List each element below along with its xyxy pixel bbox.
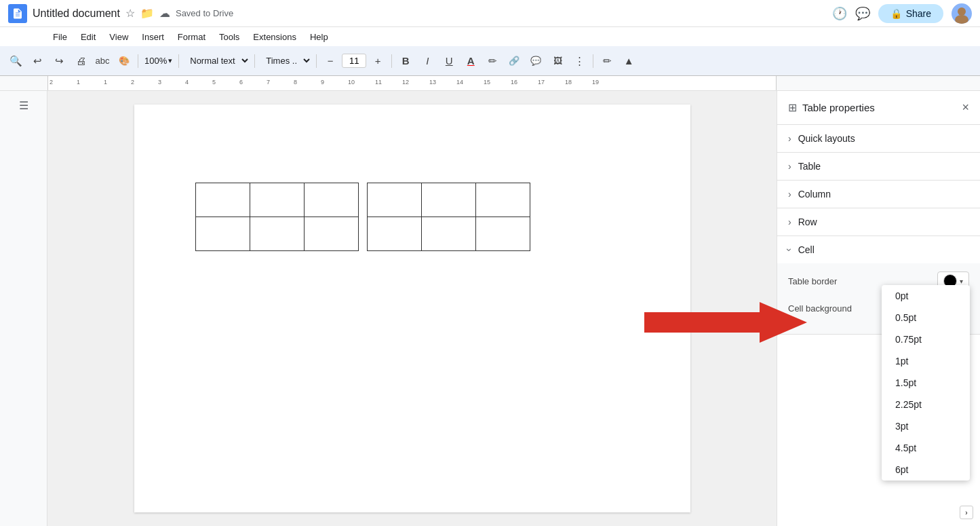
image-btn[interactable]: 🖼 xyxy=(547,51,568,71)
quick-layouts-label: Quick layouts xyxy=(798,133,855,144)
quick-layouts-header[interactable]: › Quick layouts xyxy=(777,125,980,152)
avatar xyxy=(952,3,972,24)
svg-text:1: 1 xyxy=(77,79,80,86)
bold-btn[interactable]: B xyxy=(395,51,416,71)
table-cell[interactable] xyxy=(195,183,250,217)
menu-bar: File Edit View Insert Format Tools Exten… xyxy=(0,27,980,46)
doc-area[interactable] xyxy=(47,91,777,526)
table-cell[interactable] xyxy=(367,217,421,251)
svg-point-0 xyxy=(958,7,966,16)
svg-text:4: 4 xyxy=(185,79,189,86)
svg-point-1 xyxy=(955,15,968,24)
share-button[interactable]: 🔒 Share xyxy=(878,4,943,23)
redo-btn[interactable]: ↪ xyxy=(49,51,69,71)
saved-status: Saved to Drive xyxy=(176,8,233,18)
column-section-header[interactable]: › Column xyxy=(777,181,980,208)
menu-tools[interactable]: Tools xyxy=(214,31,245,43)
table-cell[interactable] xyxy=(421,183,475,217)
menu-help[interactable]: Help xyxy=(305,31,334,43)
dropdown-option-3pt[interactable]: 3pt xyxy=(882,415,970,437)
panel-close-btn[interactable]: × xyxy=(962,100,969,115)
tables-wrapper xyxy=(195,183,530,251)
table-chevron: › xyxy=(788,161,791,172)
dropdown-option-4.5pt[interactable]: 4.5pt xyxy=(882,437,970,459)
svg-text:11: 11 xyxy=(375,79,382,86)
table-cell[interactable] xyxy=(195,217,250,251)
style-select[interactable]: Normal text xyxy=(182,52,251,69)
pencil-btn[interactable]: ✏ xyxy=(597,51,617,71)
table-cell[interactable] xyxy=(421,217,475,251)
title-bar-right: 🕐 💬 🔒 Share xyxy=(832,3,972,24)
quick-layouts-section: › Quick layouts xyxy=(777,125,980,153)
zoom-control[interactable]: 100% ▾ xyxy=(142,54,175,67)
font-color-btn[interactable]: A xyxy=(460,51,481,71)
lock-icon: 🔒 xyxy=(890,8,902,19)
dropdown-option-0.75pt[interactable]: 0.75pt xyxy=(882,328,970,350)
history-icon[interactable]: 🕐 xyxy=(832,6,847,21)
menu-edit[interactable]: Edit xyxy=(75,31,101,43)
link-btn[interactable]: 🔗 xyxy=(504,51,524,71)
table-section-header[interactable]: › Table xyxy=(777,153,980,180)
search-toolbar-btn[interactable]: 🔍 xyxy=(5,51,26,71)
menu-insert[interactable]: Insert xyxy=(136,31,170,43)
more-btn[interactable]: ⋮ xyxy=(569,51,589,71)
table-cell[interactable] xyxy=(304,183,358,217)
highlight-btn[interactable]: ✏ xyxy=(482,51,503,71)
svg-text:13: 13 xyxy=(429,79,436,86)
underline-btn[interactable]: U xyxy=(439,51,459,71)
chat-icon[interactable]: 💬 xyxy=(855,6,870,21)
folder-icon[interactable]: 📁 xyxy=(140,7,154,20)
star-icon[interactable]: ☆ xyxy=(125,7,135,20)
table-cell[interactable] xyxy=(250,217,304,251)
font-size-input[interactable] xyxy=(342,54,366,68)
row-section-header[interactable]: › Row xyxy=(777,208,980,236)
undo-btn[interactable]: ↩ xyxy=(27,51,47,71)
print-btn[interactable]: 🖨 xyxy=(71,51,91,71)
table-cell[interactable] xyxy=(250,183,304,217)
table-row xyxy=(367,183,530,217)
table-properties-icon: ⊞ xyxy=(788,101,797,114)
menu-file[interactable]: File xyxy=(47,31,73,43)
table-section: › Table xyxy=(777,153,980,181)
dropdown-option-0pt[interactable]: 0pt xyxy=(882,285,970,307)
table-cell[interactable] xyxy=(304,217,358,251)
quick-layouts-chevron: › xyxy=(788,133,791,144)
collapse-panel-btn[interactable]: › xyxy=(960,506,973,519)
font-size-increase-btn[interactable]: + xyxy=(368,51,388,71)
menu-format[interactable]: Format xyxy=(172,31,211,43)
dropdown-option-6pt[interactable]: 6pt xyxy=(882,459,970,481)
ruler: 21 12 34 56 78 910 1112 1314 1516 1718 1… xyxy=(0,76,980,91)
svg-text:16: 16 xyxy=(511,79,517,86)
collapse-toolbar-btn[interactable]: ▲ xyxy=(619,51,639,71)
font-size-decrease-btn[interactable]: − xyxy=(320,51,340,71)
paint-format-btn[interactable]: 🎨 xyxy=(114,51,134,71)
sep5 xyxy=(391,54,392,68)
toolbar: 🔍 ↩ ↪ 🖨 abc 🎨 100% ▾ Normal text Times .… xyxy=(0,46,980,76)
doc-page xyxy=(134,105,690,512)
row-section: › Row xyxy=(777,208,980,236)
italic-btn[interactable]: I xyxy=(417,51,437,71)
panel-title: ⊞ Table properties xyxy=(788,101,875,114)
spellcheck-btn[interactable]: abc xyxy=(92,51,113,71)
sep6 xyxy=(593,54,593,68)
svg-text:10: 10 xyxy=(348,79,355,86)
table-cell[interactable] xyxy=(367,183,421,217)
dropdown-option-1.5pt[interactable]: 1.5pt xyxy=(882,372,970,394)
dropdown-option-0.5pt[interactable]: 0.5pt xyxy=(882,307,970,328)
menu-extensions[interactable]: Extensions xyxy=(248,31,302,43)
table-cell[interactable] xyxy=(475,183,530,217)
toc-icon[interactable]: ☰ xyxy=(19,99,28,112)
sep4 xyxy=(316,54,317,68)
table-border-label: Table border xyxy=(788,276,837,286)
menu-view[interactable]: View xyxy=(104,31,134,43)
font-select[interactable]: Times ... xyxy=(258,52,313,69)
ruler-content: 21 12 34 56 78 910 1112 1314 1516 1718 1… xyxy=(47,76,777,90)
svg-text:19: 19 xyxy=(592,79,599,86)
column-chevron: › xyxy=(788,189,791,200)
left-gutter: ☰ xyxy=(0,91,47,526)
comment-btn[interactable]: 💬 xyxy=(526,51,546,71)
dropdown-option-2.25pt[interactable]: 2.25pt xyxy=(882,394,970,415)
table-cell[interactable] xyxy=(475,217,530,251)
cell-section-header[interactable]: › Cell xyxy=(777,236,980,263)
dropdown-option-1pt[interactable]: 1pt xyxy=(882,350,970,372)
